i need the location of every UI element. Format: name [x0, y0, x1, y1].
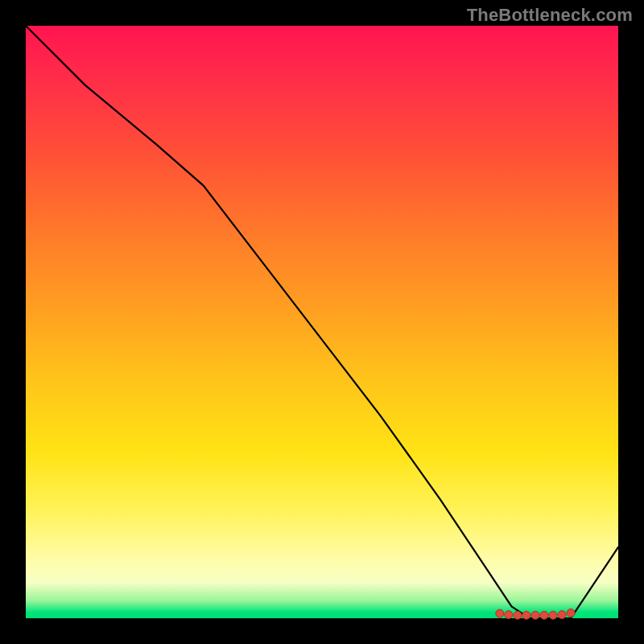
- marker-dot: [531, 611, 539, 619]
- main-curve: [26, 26, 618, 618]
- chart-svg: [26, 26, 618, 618]
- chart-frame: TheBottleneck.com: [0, 0, 644, 644]
- marker-dot: [558, 611, 566, 619]
- marker-dot: [514, 611, 522, 619]
- watermark-text: TheBottleneck.com: [467, 5, 633, 26]
- marker-dot: [549, 611, 557, 619]
- marker-cluster: [496, 609, 575, 619]
- plot-area: [26, 26, 618, 618]
- marker-dot: [496, 609, 504, 617]
- marker-dot: [522, 611, 530, 619]
- marker-dot: [567, 609, 575, 617]
- marker-dot: [505, 611, 513, 619]
- marker-dot: [540, 611, 548, 619]
